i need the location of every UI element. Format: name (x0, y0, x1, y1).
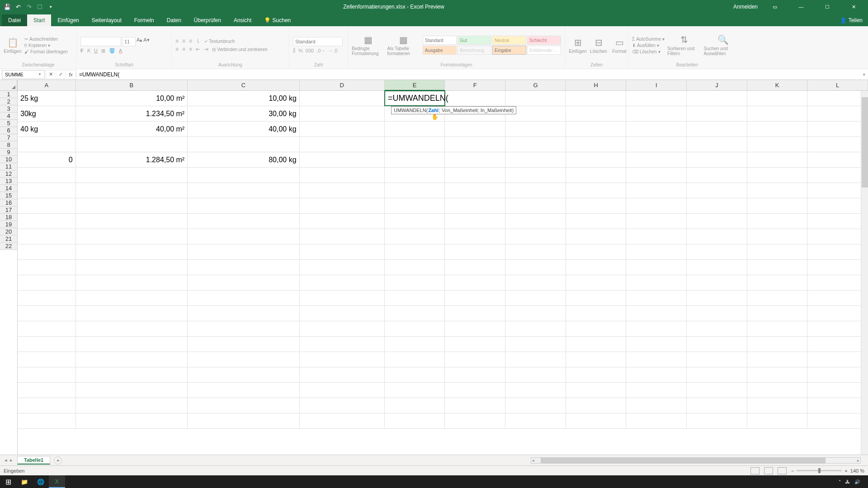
cell[interactable] (445, 91, 505, 106)
cell[interactable] (188, 367, 299, 382)
cell[interactable] (445, 291, 505, 305)
cell[interactable] (505, 152, 566, 167)
enter-formula-icon[interactable]: ✓ (56, 71, 66, 77)
cell[interactable] (566, 383, 627, 398)
cell[interactable] (445, 383, 505, 398)
align-mid-icon[interactable]: ≡ (182, 38, 185, 44)
cell[interactable] (687, 367, 747, 382)
cell[interactable] (445, 260, 505, 275)
cell[interactable] (747, 198, 808, 213)
cell[interactable]: 10,00 m² (76, 91, 188, 106)
border-icon[interactable]: ⊞ (101, 48, 105, 54)
wrap-text-button[interactable]: ⤶ Textumbruch (204, 38, 235, 44)
cell[interactable] (566, 106, 627, 121)
cell[interactable] (76, 183, 188, 198)
add-sheet-button[interactable]: + (54, 456, 62, 465)
taskbar-explorer-icon[interactable]: 📁 (16, 475, 33, 488)
style-erklarend[interactable]: Erklärender ... (527, 46, 561, 55)
cell[interactable] (18, 383, 76, 398)
cell[interactable] (747, 321, 808, 336)
cell[interactable] (626, 198, 687, 213)
cell[interactable] (18, 260, 76, 275)
cell[interactable] (18, 244, 76, 259)
font-color-icon[interactable]: A (119, 48, 122, 54)
worksheet-grid[interactable]: 1 2 3 4 5 6 7 8 9 10 11 12 13 14 15 16 1… (0, 80, 868, 455)
cancel-formula-icon[interactable]: ✕ (46, 71, 56, 77)
cell[interactable] (18, 229, 76, 244)
indent-inc-icon[interactable]: ⇥ (204, 46, 208, 52)
cell[interactable] (18, 398, 76, 413)
cell[interactable] (18, 275, 76, 290)
cell[interactable] (747, 244, 808, 259)
cell[interactable] (76, 229, 188, 244)
cell[interactable] (807, 383, 868, 398)
cell[interactable] (807, 152, 868, 167)
cell[interactable] (300, 352, 385, 367)
cell[interactable] (626, 383, 687, 398)
cell[interactable] (76, 398, 188, 413)
cell[interactable] (807, 291, 868, 305)
tab-home[interactable]: Start (27, 14, 51, 26)
cell[interactable] (626, 291, 687, 305)
cell[interactable] (626, 137, 687, 152)
cell[interactable] (18, 291, 76, 305)
cell[interactable] (807, 321, 868, 336)
active-cell[interactable]: =UMWANDELN( (384, 90, 445, 106)
cell[interactable] (566, 398, 627, 413)
cell[interactable] (566, 306, 627, 321)
cell[interactable] (300, 198, 385, 213)
row-header[interactable]: 21 (0, 235, 17, 243)
cell[interactable] (505, 306, 566, 321)
cell[interactable] (505, 398, 566, 413)
cell[interactable]: 10,00 kg (188, 91, 300, 106)
formula-input[interactable]: =UMWANDELN( (76, 71, 860, 78)
cell[interactable] (687, 137, 747, 152)
cell[interactable] (747, 152, 808, 167)
find-select-button[interactable]: 🔍Suchen und Auswählen (703, 34, 742, 56)
cell[interactable] (76, 321, 188, 336)
cell[interactable]: 40,00 kg (188, 122, 299, 136)
col-header[interactable]: L (807, 80, 868, 91)
cell[interactable]: 0 (18, 152, 76, 167)
cell[interactable] (18, 198, 76, 213)
cell[interactable] (445, 321, 505, 336)
cell[interactable] (807, 198, 868, 213)
thousand-icon[interactable]: 000 (306, 48, 314, 53)
cell[interactable] (188, 275, 299, 290)
cell[interactable] (18, 306, 76, 321)
cell[interactable] (385, 152, 445, 167)
row-header[interactable]: 18 (0, 214, 17, 221)
row-header[interactable]: 8 (0, 141, 17, 149)
col-header[interactable]: D (300, 80, 385, 91)
cell[interactable] (687, 337, 747, 352)
cell[interactable] (76, 306, 188, 321)
cell[interactable] (626, 152, 687, 167)
cell[interactable] (505, 183, 566, 198)
view-pagebreak-icon[interactable] (778, 467, 787, 474)
cell[interactable] (747, 183, 808, 198)
cell[interactable] (566, 291, 627, 305)
insert-cells-button[interactable]: ⊞Einfügen (569, 37, 587, 54)
taskbar-excel-icon[interactable]: X (49, 475, 65, 488)
cell[interactable] (188, 337, 299, 352)
row-header[interactable]: 20 (0, 228, 17, 235)
row-header[interactable]: 11 (0, 163, 17, 170)
cell[interactable] (687, 413, 747, 428)
cell[interactable] (687, 275, 747, 290)
cell[interactable] (385, 198, 445, 213)
cell[interactable] (76, 168, 188, 183)
cell[interactable] (76, 413, 188, 428)
cell[interactable] (188, 229, 299, 244)
cell[interactable] (626, 367, 687, 382)
ribbon-display-icon[interactable]: ▭ (766, 4, 784, 10)
cell[interactable] (687, 229, 747, 244)
cell[interactable] (445, 229, 505, 244)
cell[interactable]: 80,00 kg (188, 152, 299, 167)
cell[interactable] (505, 260, 566, 275)
cell[interactable] (445, 244, 505, 259)
copy-button[interactable]: ⎘ Kopieren ▾ (24, 42, 68, 48)
cell[interactable] (807, 306, 868, 321)
conditional-format-button[interactable]: ▦Bedingte Formatierung (352, 34, 385, 56)
row-header[interactable]: 1 (0, 91, 17, 98)
cell[interactable] (626, 306, 687, 321)
